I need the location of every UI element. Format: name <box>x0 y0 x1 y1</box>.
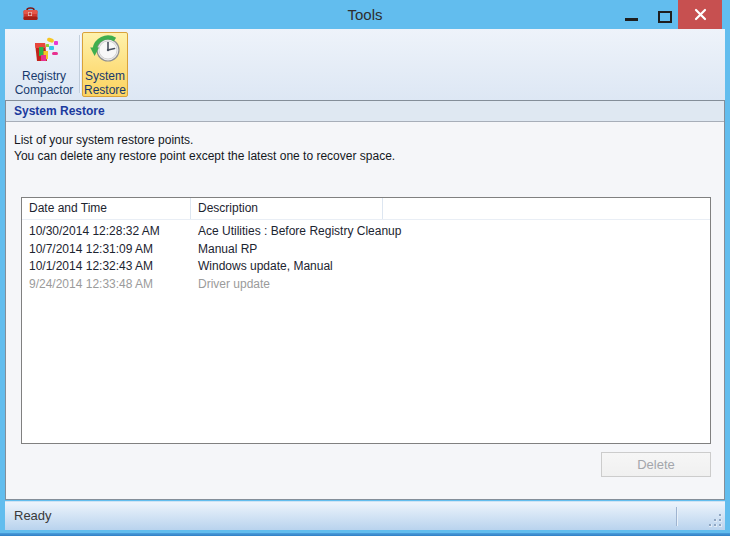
toolbar-separator <box>79 35 80 93</box>
toolbar-button-system-restore[interactable]: System Restore <box>82 32 128 97</box>
toolbar-button-registry-compactor[interactable]: Registry Compactor <box>11 32 77 97</box>
toolbar-button-label: Registry Compactor <box>12 69 76 97</box>
system-restore-icon <box>89 35 122 68</box>
panel-title: System Restore <box>6 101 724 122</box>
delete-button[interactable]: Delete <box>601 452 711 477</box>
restore-point-description: Manual RP <box>191 241 710 259</box>
status-text: Ready <box>14 502 52 530</box>
tools-window: Tools <box>0 0 730 536</box>
system-restore-panel: System Restore List of your system resto… <box>5 100 725 500</box>
close-icon <box>694 8 707 21</box>
label-line-2: Compactor <box>15 83 74 97</box>
table-row[interactable]: 9/24/2014 12:33:48 AM Driver update <box>22 276 710 294</box>
close-button[interactable] <box>678 0 722 29</box>
restore-points-list[interactable]: Date and Time Description 10/30/2014 12:… <box>21 197 711 444</box>
column-header-date[interactable]: Date and Time <box>22 198 191 219</box>
titlebar: Tools <box>0 0 730 29</box>
registry-compactor-icon <box>28 35 61 68</box>
table-row[interactable]: 10/1/2014 12:32:43 AM Windows update, Ma… <box>22 258 710 276</box>
label-line-2: Restore <box>84 83 126 97</box>
maximize-button[interactable] <box>650 0 678 29</box>
statusbar: Ready <box>5 501 725 530</box>
column-header-empty <box>383 198 710 219</box>
maximize-icon <box>658 11 672 23</box>
list-rows: 10/30/2014 12:28:32 AM Ace Utilities : B… <box>22 220 710 293</box>
restore-point-description: Driver update <box>191 276 710 294</box>
restore-point-date: 10/7/2014 12:31:09 AM <box>22 241 191 259</box>
description-line: List of your system restore points. <box>14 132 724 148</box>
restore-point-date: 10/30/2014 12:28:32 AM <box>22 223 191 241</box>
panel-description: List of your system restore points. You … <box>14 132 724 164</box>
restore-point-description: Ace Utilities : Before Registry Cleanup <box>191 223 710 241</box>
toolbar-button-label: System Restore <box>83 69 127 97</box>
minimize-button[interactable] <box>617 0 645 29</box>
toolbar: Registry Compactor System Restore <box>5 29 725 101</box>
restore-point-date: 10/1/2014 12:32:43 AM <box>22 258 191 276</box>
minimize-icon <box>625 18 638 21</box>
resize-grip-icon[interactable] <box>709 514 722 527</box>
label-line-1: Registry <box>22 69 66 83</box>
label-line-1: System <box>85 69 125 83</box>
restore-point-description: Windows update, Manual <box>191 258 710 276</box>
list-header: Date and Time Description <box>22 198 710 220</box>
table-row[interactable]: 10/30/2014 12:28:32 AM Ace Utilities : B… <box>22 223 710 241</box>
column-header-description[interactable]: Description <box>191 198 383 219</box>
table-row[interactable]: 10/7/2014 12:31:09 AM Manual RP <box>22 241 710 259</box>
statusbar-separator <box>676 507 677 526</box>
description-line: You can delete any restore point except … <box>14 148 724 164</box>
restore-point-date: 9/24/2014 12:33:48 AM <box>22 276 191 294</box>
